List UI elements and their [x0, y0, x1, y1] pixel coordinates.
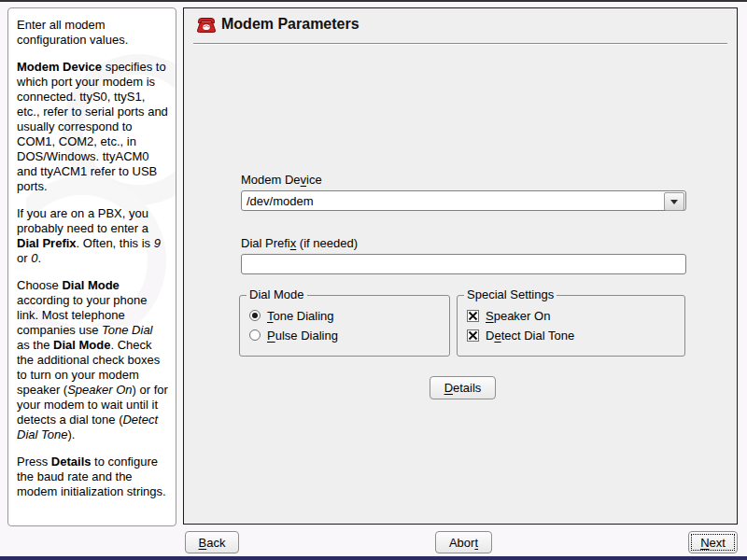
dial-mode-legend: Dial Mode — [247, 288, 307, 301]
help-paragraph: Enter all modem configuration values. — [17, 18, 168, 48]
special-settings-legend: Special Settings — [464, 288, 557, 301]
checkbox-label: Detect Dial Tone — [486, 329, 574, 343]
chevron-down-icon — [670, 200, 678, 204]
label-part: etails — [453, 381, 481, 395]
abort-button[interactable]: Abort — [435, 531, 492, 553]
label-mnemonic: B — [199, 536, 207, 550]
label-part: ext — [710, 536, 726, 550]
label-part: Modem De — [241, 173, 301, 187]
checkbox-label: Speaker On — [486, 309, 550, 323]
label-part: tect Dial Tone — [501, 329, 575, 343]
next-button[interactable]: Next — [688, 531, 738, 553]
label-part: ulse Dialing — [275, 329, 338, 343]
modem-device-dropdown-button[interactable] — [664, 192, 684, 211]
modem-device-label: Modem Device — [241, 173, 322, 187]
radio-label: Pulse Dialing — [267, 329, 338, 343]
radio-tone-dialing[interactable]: Tone Dialing — [249, 307, 334, 324]
checkbox-speaker-on[interactable]: Speaker On — [467, 307, 550, 324]
label-mnemonic: t — [474, 536, 478, 550]
dial-prefix-input[interactable] — [241, 254, 686, 274]
label-mnemonic: N — [700, 536, 709, 550]
label-mnemonic: P — [267, 329, 275, 343]
modem-device-combobox[interactable] — [241, 190, 686, 211]
header-separator — [193, 43, 727, 45]
label-part: D — [486, 329, 494, 343]
radio-pulse-dialing[interactable]: Pulse Dialing — [249, 327, 338, 343]
button-label: Next — [700, 536, 726, 550]
button-label: Abort — [449, 536, 478, 550]
page-title: Modem Parameters — [221, 16, 359, 33]
label-mnemonic: D — [444, 381, 453, 395]
label-mnemonic: S — [486, 309, 494, 323]
checkbox-icon — [467, 310, 479, 322]
window-top-edge — [0, 0, 747, 2]
checkbox-icon — [467, 329, 479, 342]
radio-label: Tone Dialing — [267, 309, 334, 323]
label-part: one Dialing — [274, 309, 334, 323]
help-panel: Enter all modem configuration values.Mod… — [7, 7, 176, 526]
x-mark-icon — [468, 311, 478, 321]
details-button[interactable]: Details — [430, 376, 496, 399]
help-paragraph: If you are on a PBX, you probably need t… — [17, 206, 168, 266]
label-part: Abor — [449, 536, 474, 550]
telephone-icon — [195, 17, 218, 35]
label-part: ack — [206, 536, 225, 550]
button-label: Back — [199, 536, 226, 550]
modem-device-input[interactable] — [242, 191, 669, 210]
button-label: Details — [444, 381, 482, 395]
label-part: Dial Prefi — [241, 236, 290, 250]
dial-prefix-label: Dial Prefix (if needed) — [241, 236, 358, 250]
label-part: ice — [306, 173, 322, 187]
label-part: (if needed) — [296, 236, 358, 250]
special-settings-group: Special Settings Speaker On Detect Dial … — [457, 295, 685, 357]
help-paragraph: Modem Device specifies to which port you… — [17, 60, 168, 194]
back-button[interactable]: Back — [185, 531, 239, 553]
label-mnemonic: e — [494, 329, 500, 343]
content-panel: Modem Parameters Modem Device Dial Prefi… — [183, 7, 738, 525]
window-bottom-edge — [0, 556, 747, 560]
label-part: peaker On — [494, 309, 551, 323]
help-paragraph: Choose Dial Mode according to your phone… — [17, 278, 168, 442]
radio-icon — [249, 310, 261, 321]
help-paragraph: Press Details to configure the baud rate… — [17, 455, 168, 499]
x-mark-icon — [468, 330, 478, 341]
help-text: Enter all modem configuration values.Mod… — [8, 8, 176, 499]
dial-mode-group: Dial Mode Tone Dialing Pulse Dialing — [239, 295, 450, 357]
radio-icon — [249, 329, 261, 341]
checkbox-detect-dial-tone[interactable]: Detect Dial Tone — [467, 327, 574, 343]
